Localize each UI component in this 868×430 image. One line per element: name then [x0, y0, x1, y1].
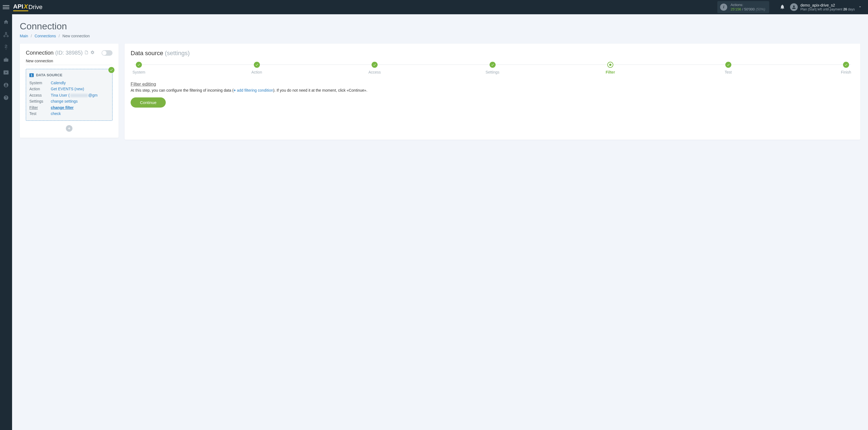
username: demo_apix-drive_s2 [801, 3, 855, 7]
connection-title: Connection [26, 50, 54, 56]
step-system[interactable]: System [131, 62, 147, 74]
ds-system-value[interactable]: Calendly [51, 81, 66, 85]
avatar-icon [790, 3, 798, 11]
logo[interactable]: APIXDrive [13, 3, 42, 11]
step-action[interactable]: Action [249, 62, 265, 74]
nav-video-icon[interactable] [3, 69, 9, 76]
gear-icon[interactable] [90, 50, 95, 55]
notifications-icon[interactable] [780, 4, 785, 10]
step-settings[interactable]: Settings [484, 62, 501, 74]
nav-briefcase-icon[interactable] [3, 57, 9, 63]
connection-name: New connection [26, 59, 113, 65]
ds-test-label: Test [29, 111, 51, 117]
actions-total: 50'000 [744, 7, 755, 11]
ds-title: DATA SOURCE [36, 73, 62, 77]
ds-filter-value[interactable]: change filter [51, 105, 73, 110]
stepper: System Action Access Settings [131, 62, 854, 74]
breadcrumb: Main / Connections / New connection [20, 34, 860, 38]
actions-sep: / [741, 7, 744, 11]
step-test[interactable]: Test [720, 62, 737, 74]
nav-connections-icon[interactable] [3, 31, 9, 38]
ds-test-value[interactable]: check [51, 112, 61, 116]
step-finish[interactable]: Finish [838, 62, 854, 74]
ds-filter-label: Filter [29, 104, 51, 111]
nav-account-icon[interactable] [3, 82, 9, 88]
check-icon [108, 67, 115, 73]
filter-description: At this step, you can configure the filt… [131, 88, 854, 92]
main-content: Connection Main / Connections / New conn… [12, 14, 868, 430]
connection-id: (ID: 38985) [55, 50, 83, 56]
breadcrumb-connections[interactable]: Connections [35, 34, 56, 38]
ds-settings-value[interactable]: change settings [51, 99, 78, 103]
step-access[interactable]: Access [366, 62, 383, 74]
ds-number-badge: 1 [29, 73, 34, 77]
ds-action-value[interactable]: Get EVENTS (new) [51, 87, 84, 91]
add-filter-link[interactable]: + add filtering condition [234, 88, 273, 92]
nav-help-icon[interactable] [3, 94, 9, 101]
actions-label: Actions: [731, 3, 765, 7]
step-filter[interactable]: Filter [602, 62, 619, 74]
breadcrumb-main[interactable]: Main [20, 34, 28, 38]
actions-percent: (50%) [756, 7, 765, 11]
nav-billing-icon[interactable] [3, 44, 9, 51]
chevron-down-icon[interactable] [855, 5, 865, 10]
plan-info: Plan |Start| left until payment 26 days [801, 7, 855, 11]
ds-access-label: Access [29, 92, 51, 98]
actions-counter[interactable]: i Actions: 25'156 / 50'000 (50%) [717, 1, 769, 13]
settings-title: Data source (settings) [131, 50, 854, 57]
connection-card: Connection (ID: 38985) New connection [20, 43, 119, 138]
data-source-box: 1 DATA SOURCE System Calendly Action Get… [26, 69, 113, 121]
actions-used: 25'156 [731, 7, 741, 11]
nav-home-icon[interactable] [3, 19, 9, 25]
ds-action-label: Action [29, 86, 51, 92]
ds-access-value[interactable]: Tina User (@gm [51, 92, 97, 98]
ds-settings-label: Settings [29, 98, 51, 104]
sidebar [0, 14, 12, 430]
continue-button[interactable]: Continue [131, 97, 166, 108]
topbar: APIXDrive i Actions: 25'156 / 50'000 (50… [0, 0, 868, 14]
document-icon[interactable] [84, 50, 89, 55]
ds-system-label: System [29, 80, 51, 86]
profile-menu[interactable]: demo_apix-drive_s2 Plan |Start| left unt… [790, 3, 855, 11]
connection-toggle[interactable] [101, 50, 113, 56]
add-step-button[interactable]: + [66, 125, 72, 132]
menu-toggle[interactable] [3, 4, 9, 10]
settings-card: Data source (settings) System Action Acc… [125, 43, 860, 140]
info-icon: i [720, 4, 727, 11]
page-title: Connection [20, 21, 860, 32]
filter-heading: Filter editing [131, 82, 854, 87]
breadcrumb-current: New connection [63, 34, 90, 38]
